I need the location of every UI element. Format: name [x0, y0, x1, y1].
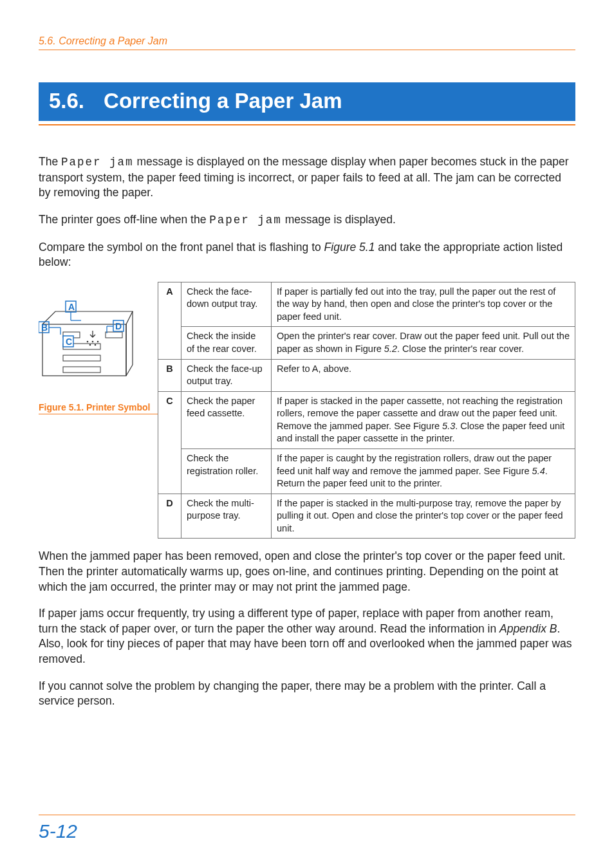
cell-check: Check the multi-purpose tray.	[181, 494, 272, 539]
intro-paragraph-2: The printer goes off-line when the Paper…	[39, 212, 575, 228]
figure-and-table-row: A B C D Figure 5.1. Printer Symbol A Che…	[39, 282, 575, 539]
svg-point-13	[95, 344, 97, 346]
cell-action: If the paper is stacked in the multi-pur…	[272, 494, 575, 539]
figure-reference: 5.3	[442, 421, 455, 431]
cell-letter-b: B	[158, 359, 181, 391]
figure-caption: Figure 5.1. Printer Symbol	[39, 403, 158, 414]
figure-label-d: D	[115, 321, 122, 331]
cell-action: If paper is stacked in the paper cassett…	[272, 391, 575, 448]
svg-line-3	[126, 365, 133, 376]
cell-check: Check the paper feed cassette.	[181, 391, 272, 448]
svg-point-10	[92, 340, 94, 342]
printer-symbol-figure: A B C D	[39, 297, 134, 384]
cell-letter-a: A	[158, 282, 181, 359]
body-paragraph: If paper jams occur frequently, try usin…	[39, 606, 575, 667]
intro-paragraph-1: The Paper jam message is displayed on th…	[39, 154, 575, 201]
svg-point-9	[87, 340, 89, 342]
footer-rule	[39, 815, 575, 815]
text: Compare the symbol on the front panel th…	[39, 241, 324, 254]
text: . Close the printer's rear cover.	[397, 344, 524, 354]
table-row: A Check the face-down output tray. If pa…	[158, 282, 575, 327]
svg-rect-8	[106, 332, 122, 338]
figure-column: A B C D Figure 5.1. Printer Symbol	[39, 282, 158, 414]
section-title-text: Correcting a Paper Jam	[104, 89, 342, 113]
cell-letter-c: C	[158, 391, 181, 494]
figure-label-c: C	[66, 337, 72, 347]
svg-rect-5	[63, 355, 100, 361]
body-paragraph: If you cannot solve the problem by chang…	[39, 679, 575, 709]
section-number: 5.6.	[49, 89, 84, 113]
page-footer: 5-12	[39, 815, 575, 842]
table-row: Check the registration roller. If the pa…	[158, 448, 575, 494]
table-column: A Check the face-down output tray. If pa…	[158, 282, 575, 539]
table-row: Check the inside of the rear cover. Open…	[158, 327, 575, 359]
cell-action: If the paper is caught by the registrati…	[272, 448, 575, 494]
svg-rect-6	[63, 367, 100, 373]
figure-reference: Figure 5.1	[324, 241, 375, 254]
svg-point-12	[89, 344, 91, 346]
figure-label-b: B	[41, 322, 48, 333]
text: If the paper is caught by the registrati…	[277, 453, 552, 476]
running-header: 5.6. Correcting a Paper Jam	[39, 35, 575, 50]
cell-check: Check the registration roller.	[181, 448, 272, 494]
cell-check: Check the face-down output tray.	[181, 282, 272, 327]
page-number: 5-12	[39, 820, 575, 842]
intro-paragraph-3: Compare the symbol on the front panel th…	[39, 240, 575, 270]
section-title: 5.6.Correcting a Paper Jam	[39, 82, 575, 121]
text: If paper jams occur frequently, try usin…	[39, 607, 554, 635]
table-row: C Check the paper feed cassette. If pape…	[158, 391, 575, 448]
figure-label-a: A	[68, 302, 75, 312]
text: The printer goes off-line when the	[39, 213, 209, 226]
cell-check: Check the face-up output tray.	[181, 359, 272, 391]
body-paragraph: When the jammed paper has been removed, …	[39, 549, 575, 595]
cell-action: If paper is partially fed out into the t…	[272, 282, 575, 327]
figure-reference: 5.4	[532, 466, 545, 476]
figure-reference: 5.2	[384, 344, 397, 354]
text: The	[39, 155, 61, 168]
paper-jam-table: A Check the face-down output tray. If pa…	[158, 282, 575, 539]
cell-action: Open the printer's rear cover. Draw out …	[272, 327, 575, 359]
code-paper-jam: Paper jam	[209, 214, 282, 226]
cell-letter-d: D	[158, 494, 181, 539]
cell-action: Refer to A, above.	[272, 359, 575, 391]
table-row: D Check the multi-purpose tray. If the p…	[158, 494, 575, 539]
text: message is displayed.	[282, 213, 396, 226]
cell-check: Check the inside of the rear cover.	[181, 327, 272, 359]
appendix-reference: Appendix B	[499, 622, 557, 635]
table-row: B Check the face-up output tray. Refer t…	[158, 359, 575, 391]
code-paper-jam: Paper jam	[61, 156, 134, 169]
svg-point-11	[97, 340, 99, 342]
section-title-block: 5.6.Correcting a Paper Jam	[39, 82, 575, 125]
